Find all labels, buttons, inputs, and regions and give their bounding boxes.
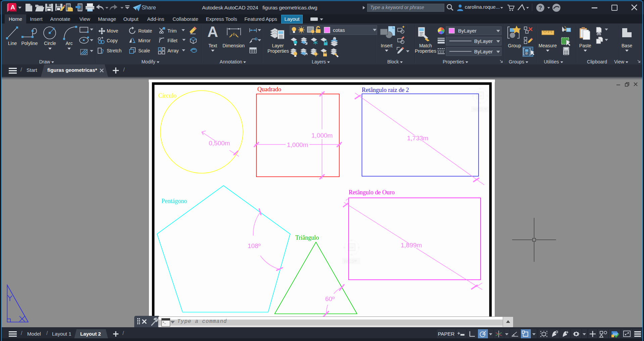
svg-text:A: A [207, 23, 218, 40]
svg-text:1,899m: 1,899m [401, 242, 422, 249]
svg-text:E: E [487, 95, 488, 97]
svg-text:N: N [479, 88, 481, 90]
svg-text:Retângulo raiz de 2: Retângulo raiz de 2 [362, 87, 409, 93]
svg-text:Quadrado: Quadrado [257, 86, 281, 93]
svg-text:W: W [472, 95, 474, 97]
svg-text:E: E [358, 246, 360, 249]
svg-text:TOP: TOP [349, 247, 353, 249]
svg-text:Círculo: Círculo [158, 92, 177, 99]
svg-text:Pentágono: Pentágono [161, 198, 187, 204]
svg-text:WCS: WCS [344, 258, 355, 264]
svg-text:S: S [351, 253, 352, 256]
svg-text:S: S [479, 102, 481, 104]
svg-text:ByLayer: ByLayer [474, 49, 493, 54]
svg-text:Triângulo: Triângulo [295, 234, 319, 241]
svg-text:WCS: WCS [473, 107, 483, 112]
svg-text:?: ? [539, 5, 542, 11]
svg-text:60º: 60º [325, 295, 335, 302]
svg-text:Retângulo de Ouro: Retângulo de Ouro [349, 189, 395, 196]
svg-text:0,500m: 0,500m [209, 140, 230, 147]
svg-text:1,000m: 1,000m [287, 141, 308, 148]
svg-text:1,000m: 1,000m [311, 132, 333, 139]
svg-text:ByLayer: ByLayer [458, 28, 477, 34]
svg-text:cotas: cotas [333, 27, 345, 33]
svg-text:1,733m: 1,733m [407, 135, 428, 142]
svg-text:108º: 108º [248, 242, 261, 249]
svg-text:ByLayer: ByLayer [474, 38, 493, 44]
svg-text:N: N [350, 239, 352, 242]
svg-text:W: W [343, 246, 346, 249]
